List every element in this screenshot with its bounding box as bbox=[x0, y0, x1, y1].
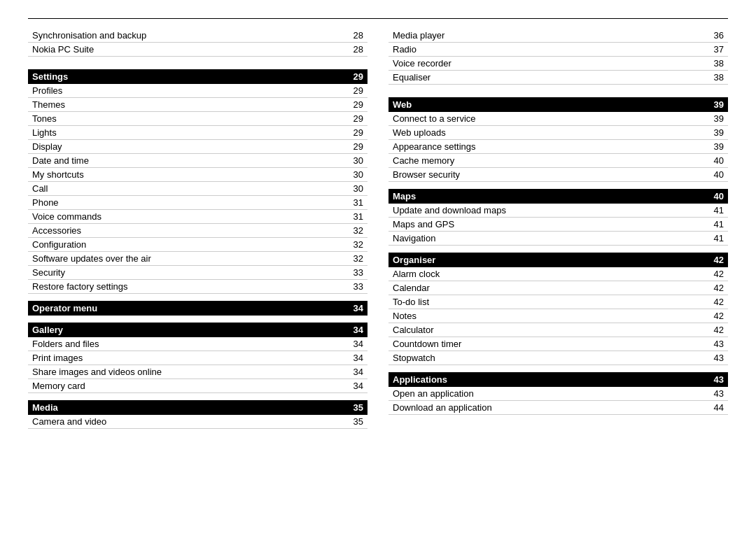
item-page: 35 bbox=[354, 416, 363, 427]
section-header: Operator menu34 bbox=[28, 301, 368, 316]
list-item: Accessories32 bbox=[28, 224, 368, 238]
item-label: Lights bbox=[32, 127, 354, 138]
item-page: 29 bbox=[354, 127, 363, 138]
section-title: Web bbox=[393, 99, 412, 110]
top-rows: Synchronisation and backup28Nokia PC Sui… bbox=[28, 29, 368, 57]
list-item: Nokia PC Suite28 bbox=[28, 43, 368, 57]
section-title: Settings bbox=[32, 71, 68, 82]
section-header: Maps40 bbox=[388, 189, 728, 204]
item-page: 43 bbox=[714, 353, 724, 363]
list-item: Date and time30 bbox=[28, 154, 368, 168]
item-page: 42 bbox=[714, 325, 724, 335]
item-label: Navigation bbox=[393, 233, 714, 243]
section-page: 34 bbox=[354, 325, 363, 335]
item-page: 40 bbox=[714, 169, 724, 180]
item-page: 32 bbox=[354, 225, 363, 236]
list-item: Maps and GPS41 bbox=[388, 218, 728, 232]
list-item: Stopwatch43 bbox=[388, 351, 728, 365]
item-page: 42 bbox=[714, 283, 724, 293]
section-title: Organiser bbox=[393, 255, 435, 265]
item-label: Software updates over the air bbox=[32, 253, 354, 264]
item-page: 42 bbox=[714, 311, 724, 321]
list-item: Calculator42 bbox=[388, 323, 728, 337]
list-item: Media player36 bbox=[388, 29, 728, 43]
list-item: Notes42 bbox=[388, 309, 728, 323]
item-label: Accessories bbox=[32, 225, 354, 236]
item-label: Synchronisation and backup bbox=[32, 30, 354, 41]
item-label: Web uploads bbox=[393, 127, 714, 138]
item-page: 34 bbox=[354, 367, 363, 377]
item-label: Phone bbox=[32, 197, 354, 208]
item-label: Print images bbox=[32, 353, 354, 363]
item-label: Camera and video bbox=[32, 416, 354, 427]
section-header: Web39 bbox=[388, 97, 728, 112]
item-page: 28 bbox=[354, 44, 363, 55]
item-label: My shortcuts bbox=[32, 169, 354, 180]
section-header: Organiser42 bbox=[388, 253, 728, 267]
item-page: 30 bbox=[354, 183, 363, 194]
item-label: Memory card bbox=[32, 381, 354, 391]
item-page: 29 bbox=[354, 141, 363, 152]
item-label: Call bbox=[32, 183, 354, 194]
content-area: Synchronisation and backup28Nokia PC Sui… bbox=[28, 29, 728, 429]
section-header: Gallery34 bbox=[28, 323, 368, 337]
list-item: Browser security40 bbox=[388, 168, 728, 182]
item-label: Radio bbox=[393, 44, 714, 55]
item-page: 39 bbox=[714, 127, 724, 138]
item-label: Profiles bbox=[32, 85, 354, 96]
list-item: Countdown timer43 bbox=[388, 337, 728, 351]
item-label: Date and time bbox=[32, 155, 354, 166]
list-item: Phone31 bbox=[28, 196, 368, 210]
item-page: 29 bbox=[354, 113, 363, 124]
item-label: Alarm clock bbox=[393, 269, 714, 279]
item-page: 32 bbox=[354, 253, 363, 264]
list-item: Folders and files34 bbox=[28, 337, 368, 351]
list-item: Themes29 bbox=[28, 98, 368, 112]
section-title: Operator menu bbox=[32, 303, 97, 313]
item-label: Maps and GPS bbox=[393, 219, 714, 229]
item-label: Equaliser bbox=[393, 72, 714, 83]
section-page: 42 bbox=[714, 255, 724, 265]
item-label: Themes bbox=[32, 99, 354, 110]
item-label: Connect to a service bbox=[393, 113, 714, 124]
item-label: To-do list bbox=[393, 297, 714, 307]
list-item: Call30 bbox=[28, 182, 368, 196]
item-label: Appearance settings bbox=[393, 141, 714, 152]
item-page: 34 bbox=[354, 339, 363, 349]
list-item: Open an application43 bbox=[388, 387, 728, 401]
item-page: 38 bbox=[714, 58, 724, 69]
list-item: Software updates over the air32 bbox=[28, 252, 368, 266]
list-item: Connect to a service39 bbox=[388, 112, 728, 126]
item-page: 29 bbox=[354, 85, 363, 96]
section-title: Applications bbox=[393, 374, 447, 385]
list-item: Alarm clock42 bbox=[388, 267, 728, 281]
section-page: 35 bbox=[354, 402, 363, 413]
list-item: To-do list42 bbox=[388, 295, 728, 309]
left-column: Synchronisation and backup28Nokia PC Sui… bbox=[28, 29, 368, 429]
item-page: 28 bbox=[354, 30, 363, 41]
section-header: Settings29 bbox=[28, 69, 368, 84]
item-page: 44 bbox=[714, 402, 724, 413]
item-label: Configuration bbox=[32, 239, 354, 250]
list-item: Camera and video35 bbox=[28, 415, 368, 429]
list-item: My shortcuts30 bbox=[28, 168, 368, 182]
item-label: Voice recorder bbox=[393, 58, 714, 69]
item-page: 40 bbox=[714, 155, 724, 166]
list-item: Voice commands31 bbox=[28, 210, 368, 224]
item-label: Stopwatch bbox=[393, 353, 714, 363]
item-page: 34 bbox=[354, 381, 363, 391]
list-item: Display29 bbox=[28, 140, 368, 154]
list-item: Share images and videos online34 bbox=[28, 365, 368, 379]
item-label: Nokia PC Suite bbox=[32, 44, 354, 55]
item-label: Folders and files bbox=[32, 339, 354, 349]
list-item: Cache memory40 bbox=[388, 154, 728, 168]
item-label: Countdown timer bbox=[393, 339, 714, 349]
right-column: Media player36Radio37Voice recorder38Equ… bbox=[388, 29, 728, 429]
item-label: Share images and videos online bbox=[32, 367, 354, 377]
list-item: Navigation41 bbox=[388, 232, 728, 246]
item-label: Open an application bbox=[393, 388, 714, 399]
page-header bbox=[28, 14, 728, 19]
section-title: Media bbox=[32, 402, 58, 413]
item-page: 36 bbox=[714, 30, 724, 41]
item-page: 30 bbox=[354, 155, 363, 166]
